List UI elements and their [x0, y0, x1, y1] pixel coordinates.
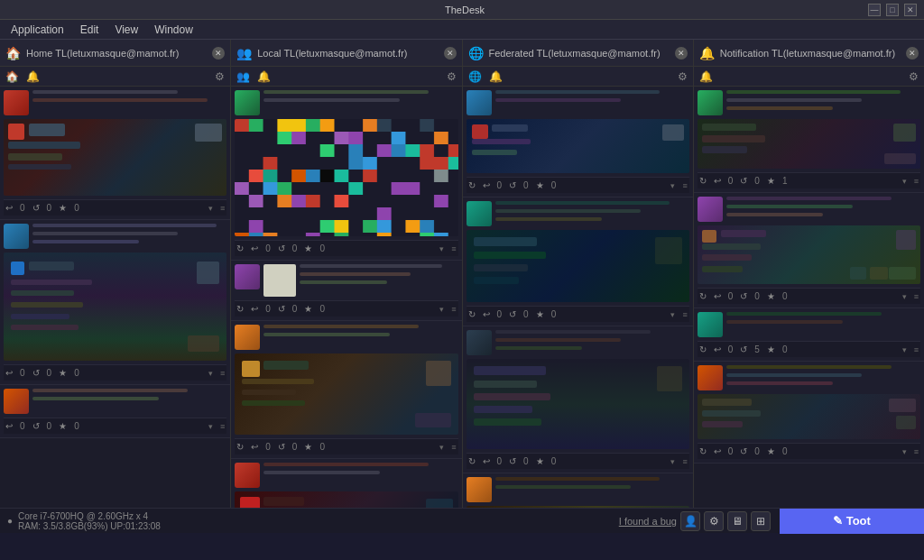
menu-window[interactable]: Window	[147, 22, 200, 38]
col-close-home[interactable]: ✕	[212, 47, 225, 60]
menu-icon[interactable]: ≡	[682, 457, 687, 466]
dropdown-icon[interactable]: ▾	[902, 447, 907, 456]
menu-icon[interactable]: ≡	[220, 204, 225, 213]
menu-icon[interactable]: ≡	[451, 244, 456, 253]
col-content-notification[interactable]: ↻ ↩ 0 ↺ 0 ★ 1 ▾ ≡	[694, 87, 924, 508]
refresh-icon[interactable]: ↻	[236, 304, 244, 314]
boost-icon[interactable]: ↺	[740, 176, 747, 186]
reply-icon[interactable]: ↩	[483, 456, 490, 466]
refresh-icon[interactable]: ↻	[468, 456, 476, 466]
fav-icon[interactable]: ★	[767, 176, 775, 186]
minimize-button[interactable]: —	[868, 4, 881, 16]
dropdown-icon[interactable]: ▾	[902, 292, 907, 301]
col-content-local[interactable]: ↻ ↩ 0 ↺ 0 ★ 0 ▾ ≡	[231, 87, 461, 508]
boost-icon[interactable]: ↺	[278, 304, 285, 314]
col-close-notification[interactable]: ✕	[906, 47, 919, 60]
reply-icon[interactable]: ↩	[714, 291, 721, 301]
boost-icon[interactable]: ↺	[278, 442, 285, 452]
boost-icon[interactable]: ↺	[740, 344, 747, 354]
boost-icon[interactable]: ↺	[740, 291, 747, 301]
refresh-icon[interactable]: ↻	[699, 344, 707, 354]
reply-icon[interactable]: ↩	[714, 344, 721, 354]
col-content-federated[interactable]: ↻ ↩ 0 ↺ 0 ★ 0 ▾ ≡	[463, 87, 693, 508]
menu-icon[interactable]: ≡	[914, 447, 919, 456]
menu-icon[interactable]: ≡	[914, 177, 919, 186]
refresh-icon[interactable]: ↻	[699, 176, 707, 186]
menu-icon[interactable]: ≡	[682, 310, 687, 319]
boost-icon[interactable]: ↺	[509, 456, 516, 466]
boost-icon[interactable]: ↺	[509, 309, 516, 319]
menu-icon[interactable]: ≡	[451, 305, 456, 314]
dropdown-icon[interactable]: ▾	[439, 244, 444, 253]
home-gear-icon[interactable]: ⚙	[215, 70, 225, 83]
col-close-federated[interactable]: ✕	[675, 47, 688, 60]
fav-icon[interactable]: ★	[767, 446, 775, 456]
boost-icon[interactable]: ↺	[32, 203, 40, 213]
fav-icon[interactable]: ★	[304, 442, 312, 452]
refresh-icon[interactable]: ↻	[468, 309, 476, 319]
display-icon-button[interactable]: 🖥	[727, 511, 747, 531]
reply-icon[interactable]: ↩	[251, 243, 258, 253]
refresh-icon[interactable]: ↻	[468, 180, 476, 190]
col-content-home[interactable]: ↩ 0 ↺ 0 ★ 0 ▾ ≡	[0, 87, 230, 508]
menu-edit[interactable]: Edit	[73, 22, 106, 38]
reply-icon[interactable]: ↩	[483, 180, 490, 190]
boost-icon[interactable]: ↺	[740, 446, 747, 456]
reply-icon[interactable]: ↩	[251, 442, 258, 452]
bug-report-link[interactable]: I found a bug	[619, 516, 677, 527]
settings-icon-button[interactable]: ⚙	[704, 511, 724, 531]
reply-icon[interactable]: ↩	[714, 446, 721, 456]
dropdown-icon[interactable]: ▾	[902, 345, 907, 354]
dropdown-icon[interactable]: ▾	[670, 457, 675, 466]
fed-gear-icon[interactable]: ⚙	[678, 70, 688, 83]
reply-icon[interactable]: ↩	[714, 176, 721, 186]
reply-icon[interactable]: ↩	[5, 203, 13, 213]
menu-icon[interactable]: ≡	[451, 443, 456, 452]
reply-icon[interactable]: ↩	[483, 309, 490, 319]
menu-icon[interactable]: ≡	[220, 369, 225, 378]
restore-button[interactable]: □	[886, 4, 899, 16]
dropdown-icon[interactable]: ▾	[439, 443, 444, 452]
boost-icon[interactable]: ↺	[509, 180, 516, 190]
boost-icon[interactable]: ↺	[32, 421, 40, 431]
refresh-icon[interactable]: ↻	[699, 446, 707, 456]
toot-button[interactable]: ✎ Toot	[780, 509, 924, 534]
fav-icon[interactable]: ★	[536, 456, 544, 466]
boost-icon[interactable]: ↺	[32, 368, 40, 378]
reply-icon[interactable]: ↩	[5, 421, 13, 431]
menu-icon[interactable]: ≡	[220, 422, 225, 431]
notif-gear-icon[interactable]: ⚙	[909, 70, 919, 83]
fav-icon[interactable]: ★	[59, 368, 67, 378]
fav-icon[interactable]: ★	[536, 180, 544, 190]
grid-icon-button[interactable]: ⊞	[751, 511, 771, 531]
fav-icon[interactable]: ★	[536, 309, 544, 319]
refresh-icon[interactable]: ↻	[236, 442, 244, 452]
menu-icon[interactable]: ≡	[914, 345, 919, 354]
menu-application[interactable]: Application	[4, 22, 71, 38]
fav-icon[interactable]: ★	[59, 203, 67, 213]
local-gear-icon[interactable]: ⚙	[447, 70, 457, 83]
reply-icon[interactable]: ↩	[5, 368, 13, 378]
fav-icon[interactable]: ★	[767, 344, 775, 354]
refresh-icon[interactable]: ↻	[236, 243, 244, 253]
dropdown-icon[interactable]: ▾	[670, 310, 675, 319]
fav-icon[interactable]: ★	[767, 291, 775, 301]
account-icon-button[interactable]: 👤	[680, 511, 700, 531]
menu-icon[interactable]: ≡	[682, 181, 687, 190]
dropdown-icon[interactable]: ▾	[439, 305, 444, 314]
close-button[interactable]: ✕	[904, 4, 917, 16]
fav-icon[interactable]: ★	[59, 421, 67, 431]
dropdown-icon[interactable]: ▾	[902, 177, 907, 186]
dropdown-icon[interactable]: ▾	[208, 369, 213, 378]
dropdown-icon[interactable]: ▾	[208, 422, 213, 431]
boost-icon[interactable]: ↺	[278, 243, 285, 253]
fav-icon[interactable]: ★	[304, 304, 312, 314]
menu-icon[interactable]: ≡	[914, 292, 919, 301]
refresh-icon[interactable]: ↻	[699, 291, 707, 301]
dropdown-icon[interactable]: ▾	[208, 204, 213, 213]
reply-icon[interactable]: ↩	[251, 304, 258, 314]
fav-icon[interactable]: ★	[304, 243, 312, 253]
col-close-local[interactable]: ✕	[444, 47, 457, 60]
menu-view[interactable]: View	[107, 22, 145, 38]
dropdown-icon[interactable]: ▾	[670, 181, 675, 190]
